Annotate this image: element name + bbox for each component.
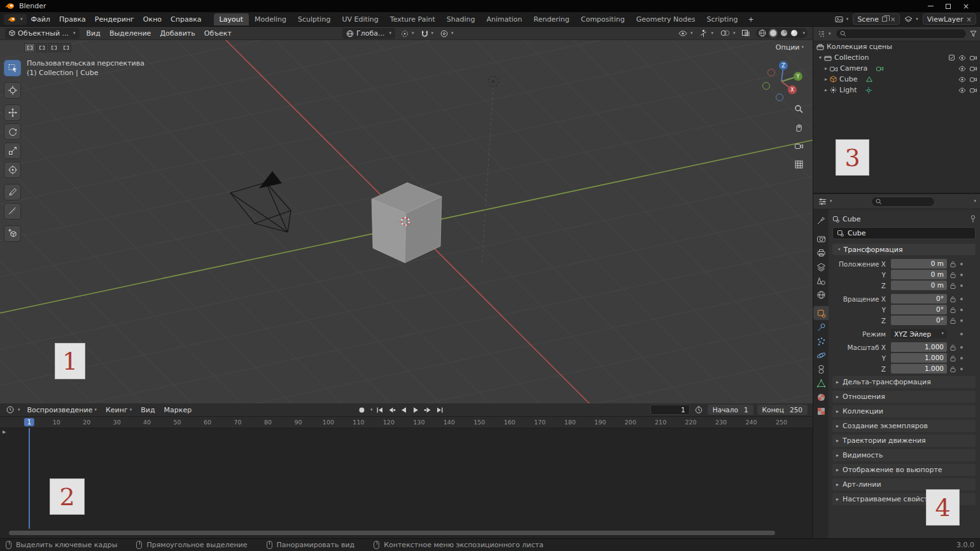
- browse-viewlayer-button[interactable]: ▾: [903, 16, 920, 23]
- animate-dot-icon[interactable]: [960, 319, 963, 322]
- tab-view-layer[interactable]: [813, 260, 829, 274]
- outliner-row-light[interactable]: ▸ Light: [813, 85, 980, 95]
- section-motion-paths[interactable]: ▸Траектории движения: [832, 435, 976, 447]
- section-instancing[interactable]: ▸Создание экземпляров: [832, 420, 976, 432]
- timeline-ruler[interactable]: 1 10203040506070809010011012013014015016…: [0, 417, 813, 428]
- render-visibility-icon[interactable]: [970, 55, 977, 60]
- menu-view-timeline[interactable]: Вид: [136, 406, 159, 414]
- tab-object[interactable]: [813, 306, 829, 320]
- timeline-body[interactable]: ▶: [0, 428, 813, 538]
- section-viewport-display[interactable]: ▸Отображение во вьюпорте: [832, 464, 976, 476]
- outliner-row-scene-collection[interactable]: Коллекция сцены: [813, 41, 980, 52]
- animate-dot-icon[interactable]: [960, 309, 963, 311]
- outliner-row-cube[interactable]: ▸ Cube: [813, 74, 980, 85]
- gizmo-axis-x-neg[interactable]: [768, 69, 775, 76]
- orthographic-toggle-button[interactable]: [792, 158, 805, 171]
- blender-menu-button[interactable]: ▾: [4, 14, 27, 25]
- tab-texture[interactable]: [813, 404, 829, 418]
- select-mode-subtract-button[interactable]: [48, 43, 59, 52]
- animate-dot-icon[interactable]: [960, 284, 963, 287]
- shading-rendered-button[interactable]: [790, 29, 798, 37]
- minimize-button[interactable]: [921, 1, 939, 11]
- tab-object-data[interactable]: [813, 376, 829, 390]
- editor-type-outliner-button[interactable]: ▾: [816, 31, 832, 38]
- menu-window[interactable]: Окно: [139, 15, 166, 24]
- lock-icon[interactable]: [950, 261, 956, 267]
- timeline-scrollbar[interactable]: [9, 531, 775, 535]
- tab-constraints[interactable]: [813, 362, 829, 376]
- gizmo-axis-z-neg[interactable]: [776, 94, 783, 101]
- tool-scale[interactable]: [4, 143, 21, 159]
- eye-icon[interactable]: [958, 88, 966, 93]
- menu-select[interactable]: Выделение: [105, 29, 156, 38]
- menu-view[interactable]: Вид: [82, 29, 105, 38]
- lock-icon[interactable]: [950, 282, 956, 289]
- expand-icon[interactable]: ▸: [822, 87, 830, 93]
- animate-dot-icon[interactable]: [960, 274, 963, 276]
- tool-annotate[interactable]: [4, 184, 21, 200]
- editor-type-timeline-button[interactable]: ▾: [4, 406, 23, 414]
- gizmos-dropdown[interactable]: ▾: [698, 29, 715, 38]
- properties-search-input[interactable]: [871, 197, 935, 207]
- workspace-tab-rendering[interactable]: Rendering: [528, 13, 575, 25]
- menu-playback[interactable]: Воспроизведение▾: [23, 406, 101, 414]
- proportional-editing-toggle[interactable]: ▾: [439, 30, 455, 38]
- lock-icon[interactable]: [950, 296, 956, 302]
- workspace-tab-sculpting[interactable]: Sculpting: [292, 13, 336, 25]
- tab-scene[interactable]: [813, 274, 829, 288]
- animate-dot-icon[interactable]: [960, 298, 963, 300]
- location-z-field[interactable]: 0 m: [891, 281, 947, 290]
- menu-render[interactable]: Рендеринг: [90, 15, 139, 24]
- animate-dot-icon[interactable]: [960, 357, 963, 359]
- scale-z-field[interactable]: 1.000: [891, 364, 947, 373]
- zoom-button[interactable]: [792, 102, 805, 115]
- playhead[interactable]: 1: [24, 418, 34, 426]
- maximize-button[interactable]: [939, 1, 957, 11]
- filter-icon[interactable]: [970, 31, 977, 37]
- checkbox-icon[interactable]: [949, 55, 955, 60]
- play-reverse-button[interactable]: [399, 405, 409, 415]
- workspace-tab-layout[interactable]: Layout: [214, 13, 249, 25]
- workspace-tab-animation[interactable]: Animation: [480, 13, 528, 25]
- select-mode-new-button[interactable]: [24, 43, 35, 52]
- viewlayer-selector[interactable]: ViewLayer ×: [923, 13, 976, 25]
- location-y-field[interactable]: 0 m: [891, 270, 947, 279]
- unlink-scene-icon[interactable]: ×: [890, 16, 895, 23]
- close-button[interactable]: ×: [957, 1, 975, 11]
- shading-solid-button[interactable]: [769, 29, 778, 38]
- animate-dot-icon[interactable]: [960, 333, 963, 335]
- menu-edit[interactable]: Правка: [55, 15, 90, 24]
- tool-add-cube[interactable]: [4, 225, 21, 242]
- viewport-options-dropdown[interactable]: Опции ▾: [776, 43, 804, 52]
- transform-section-header[interactable]: ▾ Трансформация: [832, 244, 976, 255]
- section-relations[interactable]: ▸Отношения: [832, 391, 976, 403]
- eye-icon[interactable]: [958, 66, 966, 71]
- lock-icon[interactable]: [950, 307, 956, 313]
- workspace-tab-modeling[interactable]: Modeling: [249, 13, 292, 25]
- mode-dropdown[interactable]: Объектный ... ▾: [5, 28, 80, 39]
- menu-object[interactable]: Объект: [200, 29, 236, 38]
- scale-x-field[interactable]: 1.000: [891, 342, 947, 352]
- next-keyframe-button[interactable]: [423, 405, 433, 415]
- lock-icon[interactable]: [950, 317, 956, 324]
- tab-modifiers[interactable]: [813, 320, 829, 334]
- orientation-dropdown[interactable]: Глоба... ▾: [342, 28, 395, 39]
- breadcrumb-object[interactable]: Cube: [843, 215, 860, 223]
- eye-icon[interactable]: [958, 55, 966, 60]
- section-delta-transform[interactable]: ▸Дельта-трансформация: [832, 376, 976, 388]
- workspace-tab-geometry-nodes[interactable]: Geometry Nodes: [631, 13, 701, 25]
- chevron-down-icon[interactable]: ▾: [974, 199, 976, 204]
- viewport-3d[interactable]: Z Y X Объектный ... ▾ Вид Выделение Доба…: [0, 27, 813, 403]
- add-workspace-button[interactable]: +: [743, 13, 758, 25]
- new-scene-icon[interactable]: [882, 17, 887, 22]
- browse-scene-button[interactable]: ▾: [834, 16, 850, 23]
- tool-move[interactable]: [4, 104, 21, 121]
- scene-selector[interactable]: Scene ×: [853, 13, 900, 25]
- shading-material-button[interactable]: [780, 29, 788, 37]
- prev-keyframe-button[interactable]: [387, 405, 397, 415]
- animate-dot-icon[interactable]: [960, 368, 963, 370]
- pin-id-button[interactable]: [970, 215, 976, 223]
- outliner-search-input[interactable]: [836, 29, 967, 39]
- lock-icon[interactable]: [950, 272, 956, 278]
- rotation-z-field[interactable]: 0°: [891, 316, 947, 325]
